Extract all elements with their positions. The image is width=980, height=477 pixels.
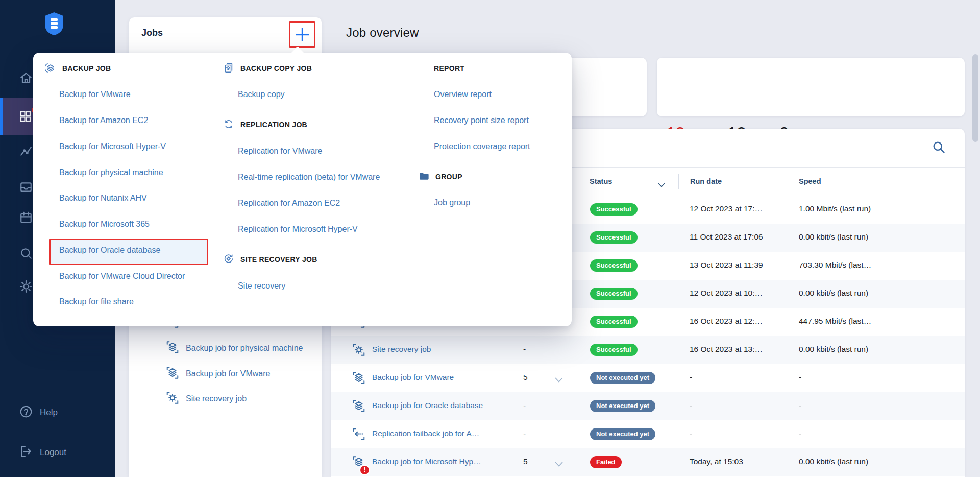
status-badge: Not executed yet <box>590 372 655 384</box>
menu-section-site-recovery-job: SITE RECOVERY JOB <box>223 253 317 266</box>
status-badge: Successful <box>590 231 638 244</box>
table-row[interactable]: Backup job for Oracle database - Not exe… <box>331 392 965 420</box>
table-row[interactable]: Site recovery job - Successful 16 Oct 20… <box>331 336 965 364</box>
site-recovery-job-icon <box>166 391 179 407</box>
menu-item-job-group[interactable]: Job group <box>434 198 470 210</box>
plus-icon <box>291 23 313 46</box>
scrollbar-track[interactable] <box>971 0 980 477</box>
menu-item-backup-copy[interactable]: Backup copy <box>238 90 285 102</box>
home-icon <box>19 71 33 87</box>
app-logo-shield-icon <box>43 11 65 38</box>
menu-item-overview-report[interactable]: Overview report <box>434 90 492 102</box>
jobs-list-item-label: Backup job for physical machine <box>186 344 303 353</box>
menu-section-backup-job: BACKUP JOB <box>45 62 111 75</box>
calendar-icon <box>19 211 33 226</box>
column-separator <box>786 174 786 189</box>
backup-job-icon <box>352 399 365 415</box>
site-recovery-job-icon <box>352 343 365 359</box>
error-badge-icon: ! <box>359 465 370 475</box>
menu-item-recovery-point-size-report[interactable]: Recovery point size report <box>434 116 529 128</box>
stats-card: 12 Issues 12 Jobs 0 Running More <box>657 58 965 116</box>
status-badge: Successful <box>590 203 638 216</box>
column-header-speed[interactable]: Speed <box>799 177 821 185</box>
menu-item-backup-physical[interactable]: Backup for physical machine <box>59 168 163 180</box>
column-header-run-date[interactable]: Run date <box>690 177 722 185</box>
expand-chevron-icon[interactable] <box>555 375 563 385</box>
menu-item-backup-file-share[interactable]: Backup for file share <box>59 297 134 309</box>
menu-item-backup-nutanix[interactable]: Backup for Nutanix AHV <box>59 194 147 206</box>
gear-icon <box>19 280 33 295</box>
status-badge: Not executed yet <box>590 428 655 440</box>
menu-item-backup-vmware[interactable]: Backup for VMware <box>59 90 131 102</box>
site-recovery-job-icon <box>223 253 234 266</box>
jobs-list-item-label: Backup job for VMware <box>186 369 270 378</box>
table-row[interactable]: ! Backup job for Microsoft Hyp… 5 Failed… <box>331 448 965 476</box>
search-icon <box>19 247 33 262</box>
menu-item-site-recovery[interactable]: Site recovery <box>238 281 285 294</box>
replication-job-icon <box>223 118 234 131</box>
status-badge: Successful <box>590 288 638 300</box>
sidebar-item-logout[interactable]: Logout <box>0 439 115 466</box>
jobs-list-item[interactable]: Site recovery job <box>166 391 247 407</box>
sidebar-item-help[interactable]: Help <box>0 399 115 426</box>
logout-label: Logout <box>40 447 66 458</box>
table-row[interactable]: Backup job for VMware 5 Not executed yet… <box>331 364 965 392</box>
jobs-list-item[interactable]: Backup job for VMware <box>166 366 270 381</box>
menu-item-backup-oracle[interactable]: Backup for Oracle database <box>59 246 160 258</box>
backup-job-icon <box>45 62 56 75</box>
search-icon[interactable] <box>932 140 946 156</box>
add-job-dropdown-menu: BACKUP JOB Backup for VMware Backup for … <box>33 53 572 326</box>
menu-item-replication-amazon[interactable]: Replication for Amazon EC2 <box>238 199 340 211</box>
add-job-button[interactable] <box>289 21 315 48</box>
replication-failback-icon <box>352 427 365 443</box>
menu-section-replication-job: REPLICATION JOB <box>223 118 307 131</box>
menu-section-backup-copy-job: BACKUP COPY JOB <box>223 62 312 75</box>
column-header-status[interactable]: Status <box>590 177 612 185</box>
menu-item-replication-hyper-v[interactable]: Replication for Microsoft Hyper-V <box>238 225 358 237</box>
menu-item-backup-hyper-v[interactable]: Backup for Microsoft Hyper-V <box>59 142 166 154</box>
analytics-icon <box>19 145 33 160</box>
status-badge: Successful <box>590 259 638 272</box>
backup-job-icon <box>352 371 365 387</box>
page-title: Job overview <box>346 26 419 40</box>
column-separator <box>580 174 580 189</box>
backup-job-icon <box>166 366 179 381</box>
help-label: Help <box>40 408 58 418</box>
sort-chevron-icon[interactable] <box>658 180 665 189</box>
column-separator <box>678 174 679 189</box>
status-badge: Successful <box>590 344 638 356</box>
menu-item-backup-m365[interactable]: Backup for Microsoft 365 <box>59 220 150 232</box>
folder-icon <box>419 172 429 182</box>
backup-copy-job-icon <box>223 62 234 75</box>
menu-item-backup-amazon-ec2[interactable]: Backup for Amazon EC2 <box>59 116 148 128</box>
help-icon <box>19 405 33 421</box>
table-row[interactable]: Replication failback job for A… - Not ex… <box>331 420 965 448</box>
status-badge: Failed <box>590 456 622 468</box>
menu-item-replication-vmware[interactable]: Replication for VMware <box>238 147 322 159</box>
status-badge: Not executed yet <box>590 400 655 412</box>
backup-job-icon <box>166 341 179 356</box>
scrollbar-thumb[interactable] <box>972 54 978 142</box>
expand-chevron-icon[interactable] <box>555 460 563 469</box>
menu-section-group: GROUP <box>419 171 462 183</box>
jobs-panel-title: Jobs <box>141 28 163 38</box>
menu-item-backup-vcd[interactable]: Backup for VMware Cloud Director <box>59 272 185 284</box>
menu-section-report: REPORT <box>434 62 464 75</box>
jobs-list-item-label: Site recovery job <box>186 394 247 403</box>
app-window: Help Logout Jobs Backup job for physical… <box>0 0 980 477</box>
menu-item-realtime-replication[interactable]: Real-time replication (beta) for VMware <box>238 173 380 185</box>
jobs-list-item[interactable]: Backup job for physical machine <box>166 341 303 356</box>
menu-item-protection-coverage-report[interactable]: Protection coverage report <box>434 142 530 154</box>
logout-icon <box>19 445 33 461</box>
status-badge: Successful <box>590 316 638 328</box>
inbox-icon <box>19 180 33 196</box>
